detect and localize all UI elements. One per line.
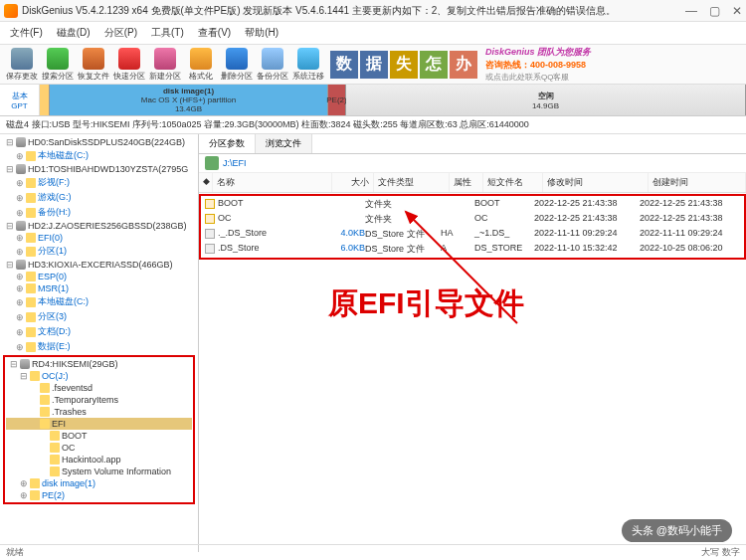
tree-node[interactable]: ⊕ESP(0) (2, 271, 196, 282)
partition-block-free[interactable]: 空闲 14.9GB (346, 85, 746, 115)
promo-line1: DiskGenius 团队为您服务 (485, 46, 591, 59)
tree-node[interactable]: Hackintool.app (6, 454, 192, 466)
toolbar-btn-删除分区[interactable]: 删除分区 (219, 48, 255, 82)
toolbar-btn-格式化[interactable]: 格式化 (183, 48, 219, 82)
tree-node[interactable]: ⊕分区(3) (2, 309, 196, 324)
disk-type-top: 基本 (12, 91, 28, 101)
file-list-header: ◆ 名称 大小 文件类型 属性 短文件名 修改时间 创建时间 (199, 173, 746, 193)
minimize-button[interactable]: — (685, 4, 697, 18)
file-icon (205, 244, 215, 254)
tree-node[interactable]: ⊕分区(1) (2, 244, 196, 259)
menu-view[interactable]: 查看(V) (192, 24, 237, 42)
tree-node[interactable]: ⊕影视(F:) (2, 175, 196, 190)
file-row[interactable]: ._.DS_Store4.0KBDS_Store 文件HA_~1.DS_2022… (201, 227, 744, 242)
up-button[interactable] (205, 156, 219, 170)
tree-node[interactable]: ⊕MSR(1) (2, 282, 196, 294)
tree-node[interactable]: ⊕本地磁盘(C:) (2, 294, 196, 309)
toolbar-btn-备份分区[interactable]: 备份分区 (255, 48, 290, 82)
annotation-text: 原EFI引导文件 (328, 283, 524, 324)
file-list: BOOT文件夹BOOT2022-12-25 21:43:382022-12-25… (199, 194, 746, 260)
close-button[interactable]: ✕ (732, 4, 742, 18)
window-title: DiskGenius V5.4.2.1239 x64 免费版(单文件PE版) 发… (22, 4, 677, 18)
promo-phone: 咨询热线：400-008-9958 (485, 59, 591, 72)
toolbar-btn-恢复文件[interactable]: 恢复文件 (76, 48, 111, 82)
tree-node[interactable]: ⊕数据(E:) (2, 339, 196, 354)
menu-disk[interactable]: 磁盘(D) (51, 24, 96, 42)
maximize-button[interactable]: ▢ (709, 4, 720, 18)
partition-block-main[interactable]: disk image(1) Mac OS X (HFS+) partition … (50, 85, 328, 115)
file-row[interactable]: OC文件夹OC2022-12-25 21:43:382022-12-25 21:… (201, 212, 744, 227)
tab-browse[interactable]: 浏览文件 (256, 134, 312, 153)
tree-node[interactable]: BOOT (6, 430, 192, 442)
toolbar-btn-新建分区[interactable]: 新建分区 (147, 48, 183, 82)
status-left: 就绪 (6, 546, 24, 559)
disk-info-line: 磁盘4 接口:USB 型号:HIKSEMI 序列号:1050a025 容量:29… (0, 116, 746, 134)
partition-block-0[interactable] (40, 85, 50, 115)
path-text[interactable]: J:\EFI (223, 158, 247, 168)
file-row[interactable]: .DS_Store6.0KBDS_Store 文件ADS_STORE2022-1… (201, 242, 744, 257)
tree-node[interactable]: .TemporaryItems (6, 394, 192, 406)
toolbar-btn-搜索分区[interactable]: 搜索分区 (40, 48, 76, 82)
tree-node[interactable]: ⊕EFI(0) (2, 232, 196, 244)
toolbar: 保存更改搜索分区恢复文件快速分区新建分区格式化删除分区备份分区系统迁移 数据失怎… (0, 45, 746, 85)
disk-type-bot: GPT (11, 101, 27, 110)
tree-node[interactable]: System Volume Information (6, 466, 192, 477)
toolbar-btn-系统迁移[interactable]: 系统迁移 (290, 48, 326, 82)
tree-node[interactable]: OC (6, 442, 192, 454)
file-icon (205, 229, 215, 239)
menu-file[interactable]: 文件(F) (4, 24, 49, 42)
tree-node[interactable]: ⊟HD1:TOSHIBAHDWD130YZSTA(2795G (2, 163, 196, 175)
tree-node[interactable]: ⊟RD4:HIKSEMI(29GB) (6, 358, 192, 370)
tree-node[interactable]: ⊟HD0:SanDiskSSDPLUS240GB(224GB) (2, 136, 196, 148)
status-right: 大写 数字 (701, 546, 740, 559)
menu-tools[interactable]: 工具(T) (145, 24, 190, 42)
tree-node[interactable]: ⊕备份(H:) (2, 205, 196, 220)
promo-qq[interactable]: 或点击此处联系QQ客服 (485, 72, 591, 83)
partition-bar: 基本 GPT disk image(1) Mac OS X (HFS+) par… (0, 85, 746, 116)
folder-icon (205, 199, 215, 209)
app-icon (4, 4, 18, 18)
tree-node[interactable]: ⊕本地磁盘(C:) (2, 148, 196, 163)
tree-node[interactable]: ⊟OC(J:) (6, 370, 192, 382)
tree-node[interactable]: ⊟HD3:KIOXIA-EXCERIASSD(466GB) (2, 259, 196, 271)
menu-partition[interactable]: 分区(P) (98, 24, 143, 42)
tree-node[interactable]: EFI (6, 418, 192, 430)
tree-node[interactable]: .Trashes (6, 406, 192, 418)
tab-params[interactable]: 分区参数 (199, 134, 256, 153)
tree-node[interactable]: ⊕disk image(1) (6, 477, 192, 489)
partition-block-pe[interactable]: PE(2) (328, 85, 346, 115)
file-row[interactable]: BOOT文件夹BOOT2022-12-25 21:43:382022-12-25… (201, 197, 744, 212)
tree-node[interactable]: ⊕游戏(G:) (2, 190, 196, 205)
tree-node[interactable]: ⊕PE(2) (6, 489, 192, 501)
watermark: 头条 @数码小能手 (622, 519, 732, 542)
menu-bar: 文件(F) 磁盘(D) 分区(P) 工具(T) 查看(V) 帮助(H) (0, 22, 746, 45)
tree-node[interactable]: .fseventsd (6, 382, 192, 394)
tree-node[interactable]: ⊟HD2:J.ZAOSERIES256GBSSD(238GB) (2, 220, 196, 232)
disk-tree[interactable]: ⊟HD0:SanDiskSSDPLUS240GB(224GB)⊕本地磁盘(C:)… (0, 134, 199, 552)
menu-help[interactable]: 帮助(H) (239, 24, 284, 42)
toolbar-btn-保存更改[interactable]: 保存更改 (4, 48, 40, 82)
folder-icon (205, 214, 215, 224)
toolbar-btn-快速分区[interactable]: 快速分区 (111, 48, 147, 82)
tree-node[interactable]: ⊕文档(D:) (2, 324, 196, 339)
